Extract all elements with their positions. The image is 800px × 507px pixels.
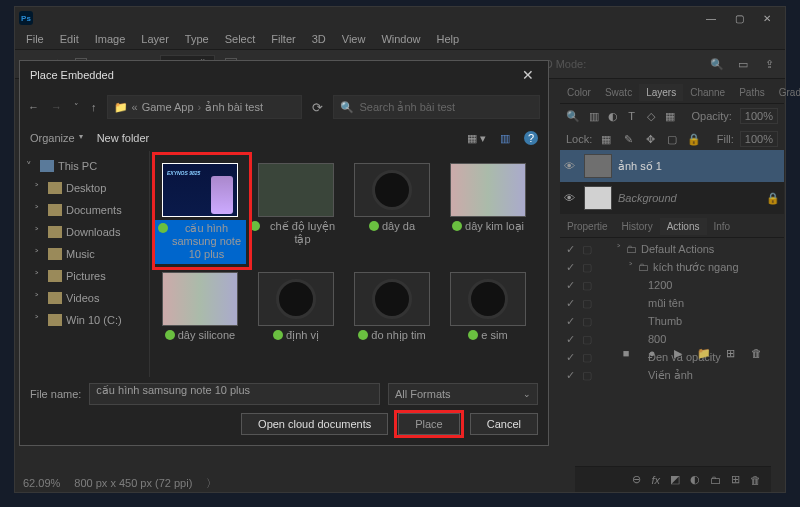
file-item[interactable]: dây da xyxy=(344,159,440,268)
zoom-level[interactable]: 62.09% xyxy=(23,477,60,489)
lock-all-icon[interactable]: 🔒 xyxy=(686,131,702,147)
fx-icon[interactable]: fx xyxy=(651,474,660,486)
filter-adjust-icon[interactable]: ◐ xyxy=(607,108,618,124)
panel-tab-info[interactable]: Info xyxy=(707,218,738,235)
dialog-toggle-icon[interactable]: ▢ xyxy=(582,351,598,364)
panel-tab-actions[interactable]: Actions xyxy=(660,218,707,235)
up-icon[interactable]: ↑ xyxy=(91,101,97,113)
layer-row[interactable]: 👁 Background 🔒 xyxy=(560,182,784,214)
check-icon[interactable]: ✓ xyxy=(566,261,582,274)
help-icon[interactable]: ? xyxy=(524,131,538,145)
organize-dropdown[interactable]: Organize▾ xyxy=(30,132,83,144)
new-folder-icon[interactable]: 📁 xyxy=(696,345,712,361)
check-icon[interactable]: ✓ xyxy=(566,315,582,328)
breadcrumb[interactable]: 📁 « Game App › ảnh bài test xyxy=(107,95,302,119)
fill-value[interactable]: 100% xyxy=(740,131,778,147)
check-icon[interactable]: ✓ xyxy=(566,279,582,292)
layer-row[interactable]: 👁 ảnh số 1 xyxy=(560,150,784,182)
check-icon[interactable]: ✓ xyxy=(566,333,582,346)
lock-artboard-icon[interactable]: ▢ xyxy=(664,131,680,147)
dialog-toggle-icon[interactable]: ▢ xyxy=(582,261,598,274)
dialog-toggle-icon[interactable]: ▢ xyxy=(582,243,598,256)
dialog-toggle-icon[interactable]: ▢ xyxy=(582,279,598,292)
close-window-button[interactable]: ✕ xyxy=(753,7,781,29)
open-cloud-button[interactable]: Open cloud documents xyxy=(241,413,388,435)
refresh-icon[interactable]: ⟳ xyxy=(312,100,323,115)
visibility-icon[interactable]: 👁 xyxy=(564,160,578,172)
new-folder-button[interactable]: New folder xyxy=(97,132,150,144)
record-icon[interactable]: ● xyxy=(644,345,660,361)
file-item[interactable]: đo nhịp tim xyxy=(344,268,440,346)
stop-icon[interactable]: ■ xyxy=(618,345,634,361)
panel-tab-paths[interactable]: Paths xyxy=(732,84,772,101)
workspace-icon[interactable]: ▭ xyxy=(735,56,751,72)
check-icon[interactable]: ✓ xyxy=(566,369,582,382)
delete-layer-icon[interactable]: 🗑 xyxy=(750,474,761,486)
filename-input[interactable]: cấu hình samsung note 10 plus xyxy=(89,383,380,405)
filter-image-icon[interactable]: ▥ xyxy=(588,108,599,124)
search-input[interactable]: 🔍 Search ảnh bài test xyxy=(333,95,541,119)
close-icon[interactable]: ✕ xyxy=(518,67,538,83)
file-item[interactable]: định vị xyxy=(248,268,344,346)
visibility-icon[interactable]: 👁 xyxy=(564,192,578,204)
menu-layer[interactable]: Layer xyxy=(134,31,176,47)
sidebar-item-music[interactable]: ˃Music xyxy=(22,243,147,265)
lock-brush-icon[interactable]: ✎ xyxy=(620,131,636,147)
panel-tab-color[interactable]: Color xyxy=(560,84,598,101)
sidebar-item-pictures[interactable]: ˃Pictures xyxy=(22,265,147,287)
filter-type-icon[interactable]: T xyxy=(626,108,637,124)
file-item[interactable]: e sim xyxy=(440,268,536,346)
minimize-button[interactable]: — xyxy=(697,7,725,29)
action-row[interactable]: ✓▢1200 xyxy=(560,276,784,294)
play-icon[interactable]: ▶ xyxy=(670,345,686,361)
action-row[interactable]: ✓▢Viền ảnh xyxy=(560,366,784,384)
check-icon[interactable]: ✓ xyxy=(566,297,582,310)
new-action-icon[interactable]: ⊞ xyxy=(722,345,738,361)
filter-smart-icon[interactable]: ▦ xyxy=(664,108,675,124)
dialog-toggle-icon[interactable]: ▢ xyxy=(582,315,598,328)
history-chevron-icon[interactable]: ˅ xyxy=(74,102,79,112)
dialog-toggle-icon[interactable]: ▢ xyxy=(582,333,598,346)
forward-icon[interactable]: → xyxy=(51,101,62,113)
sidebar-item-win-10-c-[interactable]: ˃Win 10 (C:) xyxy=(22,309,147,331)
trash-icon[interactable]: 🗑 xyxy=(748,345,764,361)
panel-tab-propertie[interactable]: Propertie xyxy=(560,218,615,235)
menu-type[interactable]: Type xyxy=(178,31,216,47)
menu-file[interactable]: File xyxy=(19,31,51,47)
menu-window[interactable]: Window xyxy=(374,31,427,47)
panel-tab-layers[interactable]: Layers xyxy=(639,84,683,101)
sidebar-item-this-pc[interactable]: ˅This PC xyxy=(22,155,147,177)
sidebar-item-videos[interactable]: ˃Videos xyxy=(22,287,147,309)
action-row[interactable]: ✓▢mũi tên xyxy=(560,294,784,312)
preview-pane-icon[interactable]: ▥ xyxy=(500,132,510,145)
check-icon[interactable]: ✓ xyxy=(566,351,582,364)
filter-shape-icon[interactable]: ◇ xyxy=(645,108,656,124)
group-icon[interactable]: 🗀 xyxy=(710,474,721,486)
panel-tab-channe[interactable]: Channe xyxy=(683,84,732,101)
format-dropdown[interactable]: All Formats⌄ xyxy=(388,383,538,405)
menu-3d[interactable]: 3D xyxy=(305,31,333,47)
layer-filter-icon[interactable]: 🔍 xyxy=(566,108,580,124)
lock-move-icon[interactable]: ✥ xyxy=(642,131,658,147)
panel-tab-swatc[interactable]: Swatc xyxy=(598,84,639,101)
file-item[interactable]: chế độ luyện tập xyxy=(248,159,344,268)
sidebar-item-desktop[interactable]: ˃Desktop xyxy=(22,177,147,199)
place-button[interactable]: Place xyxy=(398,413,460,435)
file-item[interactable]: dây silicone xyxy=(152,268,248,346)
dialog-toggle-icon[interactable]: ▢ xyxy=(582,369,598,382)
panel-tab-history[interactable]: History xyxy=(615,218,660,235)
menu-select[interactable]: Select xyxy=(218,31,263,47)
action-row[interactable]: ✓▢˃🗀kích thước ngang xyxy=(560,258,784,276)
file-item[interactable]: dây kim loại xyxy=(440,159,536,268)
menu-help[interactable]: Help xyxy=(430,31,467,47)
opacity-value[interactable]: 100% xyxy=(740,108,778,124)
search-icon[interactable]: 🔍 xyxy=(709,56,725,72)
share-icon[interactable]: ⇪ xyxy=(761,56,777,72)
view-mode-icon[interactable]: ▦ ▾ xyxy=(467,132,486,145)
mask-icon[interactable]: ◩ xyxy=(670,473,680,486)
menu-view[interactable]: View xyxy=(335,31,373,47)
link-icon[interactable]: ⊖ xyxy=(632,473,641,486)
check-icon[interactable]: ✓ xyxy=(566,243,582,256)
adjust-icon[interactable]: ◐ xyxy=(690,473,700,486)
sidebar-item-documents[interactable]: ˃Documents xyxy=(22,199,147,221)
